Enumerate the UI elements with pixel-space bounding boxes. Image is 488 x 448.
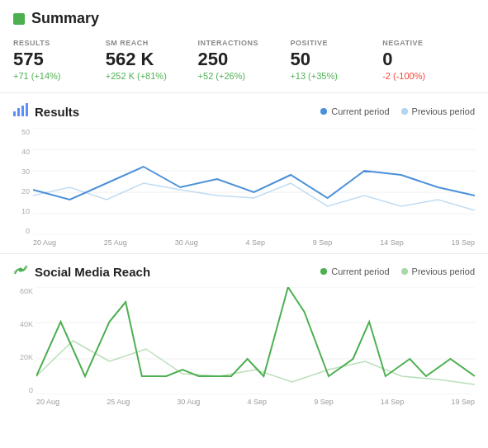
- reach-chart-title: Social Media Reach: [35, 265, 150, 279]
- results-x-14sep: 14 Sep: [380, 238, 404, 247]
- results-y-10: 10: [13, 207, 30, 215]
- results-legend: Current period Previous period: [320, 106, 475, 116]
- metric-results-change: +71 (+14%): [13, 71, 106, 81]
- results-legend-previous-dot: [401, 108, 408, 115]
- reach-y-20k: 20K: [13, 353, 33, 361]
- svg-rect-2: [21, 106, 24, 116]
- metric-positive: POSITIVE 50 +13 (+35%): [290, 39, 382, 81]
- metric-results: RESULTS 575 +71 (+14%): [13, 39, 106, 81]
- reach-y-0: 0: [13, 386, 33, 394]
- metric-smreach: SM REACH 562 K +252 K (+81%): [106, 39, 198, 81]
- results-x-20aug: 20 Aug: [33, 238, 56, 247]
- reach-legend-previous-label: Previous period: [412, 266, 475, 276]
- reach-title-group: Social Media Reach: [13, 264, 150, 279]
- metric-smreach-change: +252 K (+81%): [106, 71, 198, 81]
- metric-negative-label: NEGATIVE: [382, 39, 475, 47]
- results-chart-section: Results Current period Previous period 5…: [0, 93, 488, 254]
- svg-rect-3: [26, 103, 28, 116]
- results-legend-current-label: Current period: [331, 106, 389, 116]
- reach-chart-section: Social Media Reach Current period Previo…: [0, 254, 488, 413]
- svg-rect-0: [13, 111, 16, 116]
- reach-x-labels: 20 Aug 25 Aug 30 Aug 4 Sep 9 Sep 14 Sep …: [36, 394, 475, 406]
- results-y-30: 30: [13, 167, 30, 176]
- results-y-50: 50: [13, 128, 30, 136]
- reach-legend-current: Current period: [320, 266, 389, 276]
- results-legend-current-dot: [320, 108, 327, 115]
- metric-positive-label: POSITIVE: [290, 39, 382, 47]
- results-chart-icon: [13, 103, 28, 120]
- results-y-20: 20: [13, 187, 30, 196]
- results-legend-previous: Previous period: [401, 106, 475, 116]
- summary-title-row: Summary: [13, 10, 475, 27]
- results-legend-previous-label: Previous period: [412, 106, 475, 116]
- metric-smreach-label: SM REACH: [106, 39, 198, 47]
- metric-results-value: 575: [13, 50, 106, 69]
- summary-section: Summary RESULTS 575 +71 (+14%) SM REACH …: [0, 0, 488, 93]
- metric-positive-change: +13 (+35%): [290, 71, 382, 81]
- metric-positive-value: 50: [290, 50, 382, 69]
- reach-chart-icon: [13, 264, 28, 279]
- results-legend-current: Current period: [320, 106, 389, 116]
- results-x-4sep: 4 Sep: [245, 238, 265, 247]
- metric-results-label: RESULTS: [13, 39, 106, 47]
- reach-legend: Current period Previous period: [320, 266, 475, 276]
- results-chart-title: Results: [35, 105, 79, 119]
- results-x-25aug: 25 Aug: [104, 238, 127, 247]
- metric-interactions: INTERACTIONS 250 +52 (+26%): [198, 39, 291, 81]
- metric-negative-change: -2 (-100%): [382, 71, 475, 81]
- svg-point-10: [19, 268, 23, 272]
- results-title-group: Results: [13, 103, 79, 120]
- metric-interactions-label: INTERACTIONS: [198, 39, 291, 47]
- summary-icon: [13, 13, 25, 25]
- results-x-19sep: 19 Sep: [451, 238, 475, 247]
- reach-x-20aug: 20 Aug: [36, 398, 59, 406]
- results-svg: [33, 128, 475, 235]
- reach-x-30aug: 30 Aug: [177, 398, 200, 406]
- metric-interactions-value: 250: [198, 50, 291, 69]
- results-x-30aug: 30 Aug: [175, 238, 198, 247]
- reach-x-25aug: 25 Aug: [107, 398, 130, 406]
- reach-legend-current-dot: [320, 268, 327, 275]
- metric-negative-value: 0: [382, 50, 475, 69]
- summary-title: Summary: [31, 10, 99, 27]
- results-chart-container: [33, 128, 475, 235]
- results-x-9sep: 9 Sep: [313, 238, 333, 247]
- reach-x-9sep: 9 Sep: [314, 398, 334, 406]
- metric-interactions-change: +52 (+26%): [198, 71, 291, 81]
- reach-chart-container: [36, 287, 475, 394]
- svg-rect-1: [17, 108, 20, 116]
- reach-x-14sep: 14 Sep: [381, 398, 405, 406]
- reach-legend-previous-dot: [401, 268, 408, 275]
- reach-x-19sep: 19 Sep: [451, 398, 475, 406]
- metric-negative: NEGATIVE 0 -2 (-100%): [382, 39, 475, 81]
- reach-legend-previous: Previous period: [401, 266, 475, 276]
- reach-legend-current-label: Current period: [331, 266, 389, 276]
- reach-x-4sep: 4 Sep: [247, 398, 267, 406]
- reach-y-60k: 60K: [13, 287, 33, 295]
- results-x-labels: 20 Aug 25 Aug 30 Aug 4 Sep 9 Sep 14 Sep …: [33, 235, 475, 247]
- results-chart-header: Results Current period Previous period: [13, 103, 475, 120]
- results-y-40: 40: [13, 148, 30, 156]
- metrics-row: RESULTS 575 +71 (+14%) SM REACH 562 K +2…: [13, 39, 475, 81]
- reach-svg: [36, 287, 475, 394]
- reach-y-40k: 40K: [13, 320, 33, 328]
- metric-smreach-value: 562 K: [106, 50, 198, 69]
- results-y-0: 0: [13, 227, 30, 235]
- reach-chart-header: Social Media Reach Current period Previo…: [13, 264, 475, 279]
